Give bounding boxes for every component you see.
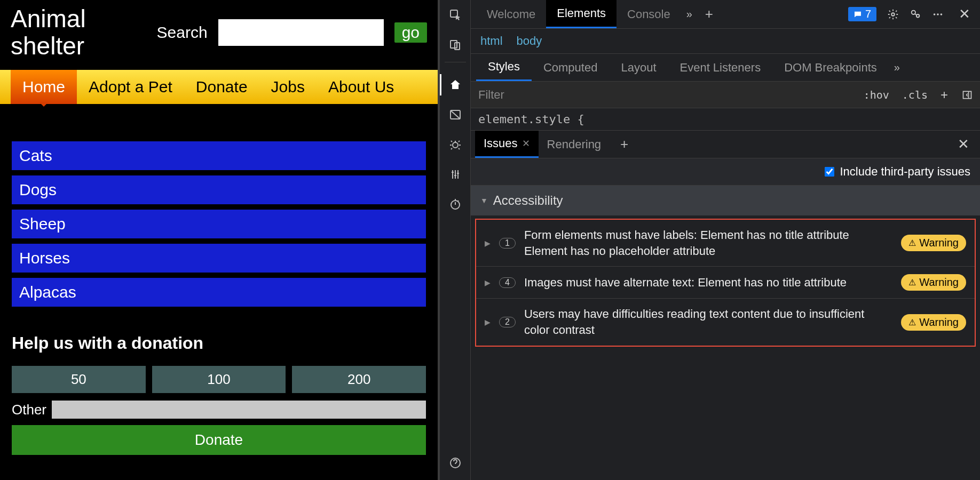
svg-rect-13 [963,91,971,98]
hov-toggle[interactable]: :hov [857,89,896,101]
more-icon[interactable] [932,9,944,20]
other-amount-input[interactable] [52,401,426,419]
list-item[interactable]: Sheep [12,210,426,238]
issue-text: Users may have difficulties reading text… [524,306,892,338]
include-third-party-checkbox[interactable] [825,167,834,177]
breadcrumb-body[interactable]: body [517,34,542,48]
cls-toggle[interactable]: .cls [896,89,934,101]
tab-welcome[interactable]: Welcome [476,0,546,28]
expand-icon[interactable]: ▶ [485,278,491,287]
drawer-tab-rendering[interactable]: Rendering [539,131,610,158]
subtab-styles[interactable]: Styles [476,54,532,81]
toggle-sidebar-icon[interactable] [954,90,980,100]
close-drawer-button[interactable]: ✕ [951,136,976,153]
nav-about[interactable]: About Us [317,70,406,104]
issues-count: 7 [865,8,871,20]
drawer-tabs: Issues ✕ Rendering + ✕ [471,131,980,158]
warning-icon: ⚠ [908,317,916,327]
performance-icon[interactable] [448,197,463,212]
drawer-tab-issues[interactable]: Issues ✕ [475,131,539,158]
no-image-icon[interactable] [448,107,463,122]
nav-adopt[interactable]: Adopt a Pet [77,70,184,104]
add-tab-button[interactable]: + [698,6,721,22]
close-devtools-button[interactable]: ✕ [954,6,975,22]
nav-home[interactable]: Home [11,70,77,104]
warning-badge: ⚠ Warning [901,274,966,291]
list-item[interactable]: Alpacas [12,278,426,307]
issue-count-badge: 4 [499,277,516,288]
element-style-block[interactable]: element.style { [471,108,980,131]
svg-point-11 [937,13,939,15]
message-icon [853,10,862,19]
more-tabs-icon[interactable]: » [681,8,698,20]
search-label: Search [157,23,208,42]
subtab-computed[interactable]: Computed [532,54,610,81]
warning-label: Warning [919,237,959,249]
new-style-rule-button[interactable]: + [934,87,954,102]
include-third-party-row: Include third-party issues [471,158,980,186]
site-header: Animal shelter Search go [0,0,438,70]
issues-counter-button[interactable]: 7 [848,7,876,21]
tabs-right-controls: 7 ✕ [848,6,975,22]
search-input[interactable] [218,19,384,46]
styles-filter-input[interactable] [471,88,857,102]
issue-text: Images must have alternate text: Element… [524,275,892,291]
network-icon[interactable] [448,167,463,182]
donate-button[interactable]: Donate [12,425,426,455]
subtab-layout[interactable]: Layout [609,54,668,81]
svg-point-8 [912,10,915,14]
warning-badge: ⚠ Warning [901,235,966,251]
svg-point-4 [453,142,458,148]
expand-icon[interactable]: ▶ [485,239,491,247]
more-subtabs-icon[interactable]: » [889,61,905,74]
devtools-main-tabs: Welcome Elements Console » + 7 ✕ [471,0,980,29]
device-icon[interactable] [448,37,463,52]
other-label: Other [12,402,46,418]
amount-100-button[interactable]: 100 [152,366,286,393]
svg-rect-1 [451,41,457,48]
divider [445,62,466,62]
list-item[interactable]: Dogs [12,175,426,204]
donation-amounts: 50 100 200 [12,366,426,393]
subtab-event-listeners[interactable]: Event Listeners [668,54,773,81]
caret-down-icon: ▼ [480,196,488,205]
nav-donate[interactable]: Donate [184,70,259,104]
nav-jobs[interactable]: Jobs [259,70,317,104]
search-go-button[interactable]: go [394,22,427,43]
inspect-icon[interactable] [448,7,463,22]
issue-count-badge: 2 [499,317,516,327]
site-title: Animal shelter [11,5,157,59]
styles-subtabs: Styles Computed Layout Event Listeners D… [471,54,980,82]
tab-console[interactable]: Console [617,0,681,28]
amount-50-button[interactable]: 50 [12,366,146,393]
amount-200-button[interactable]: 200 [292,366,426,393]
tab-elements[interactable]: Elements [546,0,617,28]
bug-icon[interactable] [448,137,463,152]
warning-badge: ⚠ Warning [901,314,966,331]
feedback-icon[interactable] [910,9,921,20]
issue-row[interactable]: ▶ 4 Images must have alternate text: Ele… [476,267,975,299]
devtools-pane: Welcome Elements Console » + 7 ✕ [438,0,980,480]
help-icon[interactable] [448,455,463,470]
breadcrumb-html[interactable]: html [480,34,503,48]
devtools-activity-bar [440,0,471,480]
main-nav: Home Adopt a Pet Donate Jobs About Us [0,70,438,104]
issue-count-badge: 1 [499,238,516,249]
warning-label: Warning [919,316,959,329]
add-drawer-tab-button[interactable]: + [610,136,639,153]
list-item[interactable]: Cats [12,141,426,170]
dom-breadcrumb: html body [471,29,980,54]
elements-icon[interactable] [448,77,463,92]
gear-icon[interactable] [887,9,899,20]
close-issues-tab-icon[interactable]: ✕ [522,138,530,149]
svg-point-9 [916,14,920,18]
expand-icon[interactable]: ▶ [485,318,491,326]
accessibility-issues-box: ▶ 1 Form elements must have labels: Elem… [475,219,976,347]
issue-row[interactable]: ▶ 1 Form elements must have labels: Elem… [476,220,975,267]
accessibility-section-header[interactable]: ▼ Accessibility [471,186,980,215]
warning-icon: ⚠ [908,277,916,287]
issue-row[interactable]: ▶ 2 Users may have difficulties reading … [476,299,975,345]
other-amount-row: Other [12,401,426,419]
list-item[interactable]: Horses [12,244,426,273]
subtab-dom-breakpoints[interactable]: DOM Breakpoints [772,54,889,81]
